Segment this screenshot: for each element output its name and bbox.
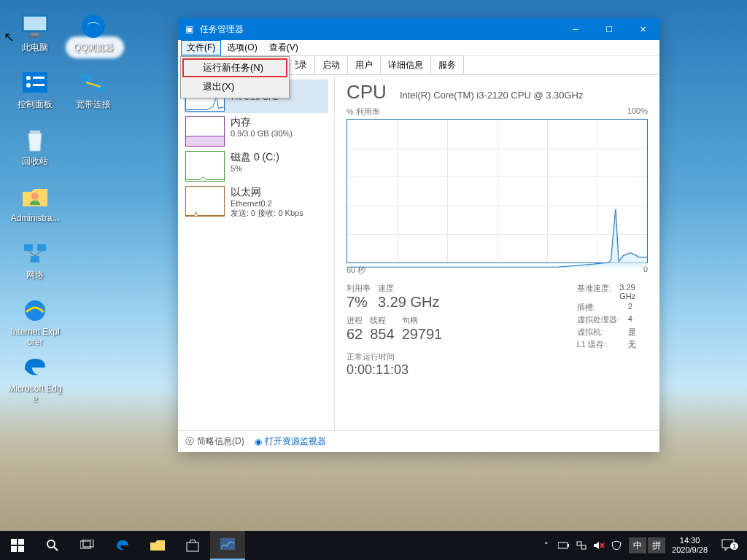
icon-label: Administra...: [11, 213, 60, 223]
qq-browser-icon: [79, 12, 108, 41]
broadband-icon: [79, 69, 108, 98]
menu-options[interactable]: 选项(O): [221, 40, 263, 55]
desktop-icon-recycle-bin[interactable]: 回收站: [7, 121, 63, 178]
system-tray: ˄: [535, 540, 628, 551]
fewer-details-button[interactable]: ⓥ简略信息(D): [185, 435, 244, 448]
sidebar-memory[interactable]: 内存0.9/3.0 GB (30%): [184, 114, 328, 148]
tab-details[interactable]: 详细信息: [380, 55, 431, 74]
taskbar-explorer[interactable]: [140, 531, 175, 560]
start-button[interactable]: [0, 531, 35, 560]
titlebar[interactable]: ▣ 任务管理器 ─ ☐ ✕: [178, 18, 659, 40]
sidebar-disk-title: 磁盘 0 (C:): [231, 151, 279, 164]
menu-file[interactable]: 文件(F): [181, 40, 221, 55]
search-button[interactable]: [35, 531, 70, 560]
desktop-icon-control-panel[interactable]: 控制面板: [7, 64, 63, 121]
base-speed: 3.29 GHz: [619, 283, 648, 300]
control-panel-icon: [20, 69, 50, 98]
desktop-icon-ie[interactable]: Internet Explorer: [7, 292, 63, 349]
util-label: 利用率: [347, 283, 371, 294]
uptime-value: 0:00:11:03: [347, 362, 568, 378]
svg-rect-10: [81, 75, 91, 82]
icon-label: 网络: [26, 270, 44, 280]
svg-point-26: [47, 540, 55, 548]
tray-defender-icon[interactable]: [611, 540, 622, 551]
ie-icon: [20, 296, 50, 325]
taskbar-clock[interactable]: 14:30 2020/9/28: [666, 536, 713, 555]
svg-rect-23: [18, 539, 24, 545]
taskbar-edge[interactable]: [105, 531, 140, 560]
recycle-bin-icon: [20, 125, 50, 155]
svg-rect-25: [18, 546, 24, 552]
bottom-bar: ⓥ简略信息(D) ◉打开资源监视器: [178, 430, 659, 452]
taskbar-store[interactable]: [175, 531, 210, 560]
action-center-button[interactable]: 1: [713, 538, 743, 553]
maximize-button[interactable]: ☐: [592, 18, 626, 40]
tray-network-icon[interactable]: [576, 540, 587, 551]
svg-rect-34: [577, 542, 581, 545]
svg-rect-32: [558, 542, 568, 548]
sidebar-ethernet[interactable]: 以太网Ethernet0 2发送: 0 接收: 0 Kbps: [184, 184, 328, 220]
svg-rect-21: [186, 136, 224, 146]
sidebar-disk[interactable]: 磁盘 0 (C:)5%: [184, 149, 328, 183]
desktop-icon-qq-browser[interactable]: QQ浏览器: [66, 7, 121, 64]
task-view-button[interactable]: [70, 531, 105, 560]
svg-rect-13: [30, 131, 40, 133]
icon-label: 回收站: [22, 156, 48, 166]
content: CPU7% 3.29 GHz 内存0.9/3.0 GB (30%) 磁盘 0 (…: [178, 75, 659, 430]
taskbar: ˄ 中 拼 14:30 2020/9/28 1: [0, 531, 747, 560]
vproc: 4: [628, 314, 632, 325]
menu-run-new-task[interactable]: 运行新任务(N): [182, 58, 287, 77]
graph-ymax: 100%: [627, 106, 648, 117]
svg-rect-35: [581, 545, 586, 549]
sidebar-mem-title: 内存: [231, 116, 293, 129]
threads-label: 线程: [370, 315, 394, 326]
chevron-up-icon: ⓥ: [185, 435, 194, 448]
tab-users[interactable]: 用户: [347, 55, 381, 74]
desktop-icon-broadband[interactable]: 宽带连接: [66, 64, 121, 121]
menubar: 文件(F) 选项(O) 查看(V) 运行新任务(N) 退出(X): [178, 40, 659, 56]
icon-label: 此电脑: [22, 42, 48, 52]
tray-volume-mute-icon[interactable]: [593, 540, 605, 551]
tray-chevron-up-icon[interactable]: ˄: [541, 540, 552, 551]
task-manager-window: ▣ 任务管理器 ─ ☐ ✕ 文件(F) 选项(O) 查看(V) 运行新任务(N)…: [178, 18, 659, 452]
close-button[interactable]: ✕: [626, 18, 659, 40]
tray-battery-icon[interactable]: [558, 540, 570, 551]
svg-rect-5: [23, 72, 47, 93]
icon-label: Microsoft Edge: [8, 384, 62, 405]
sidebar-disk-value: 5%: [231, 164, 279, 173]
network-icon: [20, 239, 50, 268]
icon-label: Internet Explorer: [8, 327, 62, 348]
desktop-icon-this-pc[interactable]: 此电脑: [7, 7, 63, 64]
svg-rect-31: [220, 538, 235, 550]
clock-time: 14:30: [672, 536, 708, 545]
tab-startup[interactable]: 启动: [314, 55, 348, 74]
sockets: 2: [628, 302, 632, 313]
cursor-icon: ↖: [4, 29, 15, 45]
menu-exit[interactable]: 退出(X): [182, 77, 287, 96]
svg-rect-3: [28, 36, 42, 37]
svg-rect-15: [24, 244, 33, 251]
menu-view[interactable]: 查看(V): [263, 40, 304, 55]
cpu-utilization-chart: [347, 119, 648, 263]
l1-cache: 无: [628, 339, 636, 350]
cpu-model: Intel(R) Core(TM) i3-2120 CPU @ 3.30GHz: [400, 90, 584, 101]
ime-zh-icon[interactable]: 中: [629, 537, 646, 553]
speed-value: 3.29 GHz: [378, 294, 439, 311]
desktop-icon-edge[interactable]: Microsoft Edge: [7, 349, 63, 405]
ime-mode-icon[interactable]: 拼: [648, 537, 665, 553]
minimize-button[interactable]: ─: [559, 18, 592, 40]
desktop-icon-network[interactable]: 网络: [7, 235, 63, 292]
tab-services[interactable]: 服务: [430, 55, 464, 74]
svg-rect-22: [11, 539, 17, 545]
memory-spark-icon: [185, 116, 225, 147]
svg-rect-24: [11, 546, 17, 552]
window-title: 任务管理器: [200, 23, 559, 36]
desktop-icon-administrator[interactable]: Administra...: [7, 178, 63, 235]
open-resmon-link[interactable]: ◉打开资源监视器: [255, 435, 326, 448]
speed-label: 速度: [378, 283, 439, 294]
graph-ylabel: % 利用率: [347, 106, 380, 117]
taskbar-taskmgr[interactable]: [210, 531, 245, 560]
icon-label: QQ浏览器: [74, 42, 114, 52]
resmon-icon: ◉: [255, 437, 262, 447]
icon-label: 宽带连接: [76, 99, 111, 109]
